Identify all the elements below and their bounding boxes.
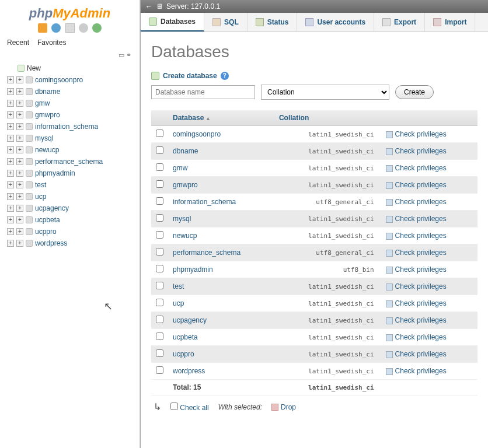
expand-icon[interactable]: + — [16, 76, 23, 83]
drop-link[interactable]: Drop — [271, 403, 296, 411]
row-checkbox[interactable] — [156, 299, 163, 306]
help-icon[interactable]: ? — [221, 72, 229, 80]
collapse-icon[interactable]: ▭ — [118, 51, 124, 58]
expand-icon[interactable]: + — [16, 146, 23, 153]
db-link[interactable]: ucp — [173, 299, 184, 307]
tree-item-gmw[interactable]: ++gmw — [6, 97, 137, 109]
row-checkbox[interactable] — [156, 332, 163, 340]
db-name-input[interactable] — [151, 85, 255, 99]
expand-icon[interactable]: + — [7, 216, 14, 223]
expand-icon[interactable]: + — [16, 111, 23, 118]
expand-icon[interactable]: + — [7, 158, 14, 165]
tree-item-performance_schema[interactable]: ++performance_schema — [6, 156, 137, 167]
tree-item-test[interactable]: ++test — [6, 179, 137, 191]
row-checkbox[interactable] — [156, 214, 163, 222]
collation-select[interactable]: Collation — [261, 85, 389, 100]
tree-item-ucpbeta[interactable]: ++ucpbeta — [6, 214, 137, 226]
db-link[interactable]: test — [173, 282, 184, 290]
back-icon[interactable]: ← — [145, 2, 152, 10]
db-link[interactable]: performance_schema — [173, 249, 240, 257]
expand-icon[interactable]: + — [16, 216, 23, 223]
tab-users[interactable]: User accounts — [297, 13, 374, 32]
expand-icon[interactable]: + — [7, 135, 14, 142]
create-button[interactable]: Create — [395, 85, 434, 99]
check-all-box[interactable] — [170, 402, 178, 410]
expand-icon[interactable]: + — [16, 135, 23, 142]
db-link[interactable]: dbname — [173, 147, 198, 155]
check-privileges-link[interactable]: Check privileges — [386, 147, 447, 155]
expand-icon[interactable]: + — [16, 88, 23, 95]
check-privileges-link[interactable]: Check privileges — [386, 299, 447, 307]
check-privileges-link[interactable]: Check privileges — [386, 232, 447, 240]
expand-icon[interactable]: + — [7, 111, 14, 118]
expand-icon[interactable]: + — [16, 123, 23, 130]
tree-item-comingsoonpro[interactable]: ++comingsoonpro — [6, 74, 137, 86]
expand-icon[interactable]: + — [7, 100, 14, 107]
db-link[interactable]: information_schema — [173, 198, 236, 206]
expand-icon[interactable]: + — [7, 146, 14, 153]
expand-icon[interactable]: + — [7, 240, 14, 247]
db-link[interactable]: ucpbeta — [173, 333, 198, 341]
row-checkbox[interactable] — [156, 197, 163, 205]
expand-icon[interactable]: + — [16, 100, 23, 107]
db-link[interactable]: ucpagency — [173, 316, 207, 324]
db-link[interactable]: gmw — [173, 164, 187, 172]
expand-icon[interactable]: + — [7, 193, 14, 200]
expand-icon[interactable]: + — [7, 123, 14, 130]
expand-icon[interactable]: + — [7, 181, 14, 188]
row-checkbox[interactable] — [156, 366, 163, 374]
row-checkbox[interactable] — [156, 349, 163, 357]
row-checkbox[interactable] — [156, 231, 163, 239]
tab-import[interactable]: Import — [425, 13, 475, 32]
row-checkbox[interactable] — [156, 130, 163, 137]
tab-sql[interactable]: SQL — [204, 13, 248, 32]
expand-icon[interactable]: + — [16, 158, 23, 165]
expand-icon[interactable]: + — [7, 205, 14, 212]
link-icon[interactable]: ⚭ — [126, 51, 131, 58]
recent-tab[interactable]: Recent — [7, 38, 29, 47]
settings-icon[interactable] — [79, 23, 88, 33]
row-checkbox[interactable] — [156, 180, 163, 188]
expand-icon[interactable]: + — [7, 88, 14, 95]
tree-new[interactable]: New — [6, 62, 137, 74]
check-privileges-link[interactable]: Check privileges — [386, 164, 447, 172]
check-privileges-link[interactable]: Check privileges — [386, 249, 447, 257]
expand-icon[interactable]: + — [16, 193, 23, 200]
check-privileges-link[interactable]: Check privileges — [386, 265, 447, 274]
check-privileges-link[interactable]: Check privileges — [386, 350, 447, 358]
expand-icon[interactable]: + — [16, 228, 23, 235]
tree-item-ucp[interactable]: ++ucp — [6, 191, 137, 202]
check-privileges-link[interactable]: Check privileges — [386, 181, 447, 189]
check-all[interactable]: Check all — [170, 402, 209, 412]
check-privileges-link[interactable]: Check privileges — [386, 316, 447, 324]
tree-item-information_schema[interactable]: ++information_schema — [6, 121, 137, 132]
tree-item-ucpagency[interactable]: ++ucpagency — [6, 202, 137, 214]
db-link[interactable]: comingsoonpro — [173, 130, 221, 138]
check-privileges-link[interactable]: Check privileges — [386, 333, 447, 341]
check-privileges-link[interactable]: Check privileges — [386, 130, 447, 138]
row-checkbox[interactable] — [156, 282, 163, 289]
tree-item-newucp[interactable]: ++newucp — [6, 144, 137, 156]
favorites-tab[interactable]: Favorites — [37, 38, 66, 47]
db-link[interactable]: newucp — [173, 232, 197, 240]
expand-icon[interactable]: + — [7, 170, 14, 177]
col-database[interactable]: Database — [168, 110, 274, 126]
tree-item-phpmyadmin[interactable]: ++phpmyadmin — [6, 167, 137, 179]
check-privileges-link[interactable]: Check privileges — [386, 367, 447, 375]
tab-status[interactable]: Status — [248, 13, 298, 32]
tree-item-dbname[interactable]: ++dbname — [6, 86, 137, 97]
tree-item-gmwpro[interactable]: ++gmwpro — [6, 109, 137, 121]
db-link[interactable]: mysql — [173, 215, 191, 223]
expand-icon[interactable]: + — [16, 181, 23, 188]
db-link[interactable]: gmwpro — [173, 181, 198, 189]
expand-icon[interactable]: + — [7, 76, 14, 83]
phpmyadmin-logo[interactable]: phpMyAdmin — [2, 6, 137, 21]
reload-icon[interactable] — [92, 23, 102, 33]
tab-databases[interactable]: Databases — [141, 13, 204, 32]
expand-icon[interactable]: + — [16, 170, 23, 177]
db-link[interactable]: wordpress — [173, 367, 205, 375]
db-link[interactable]: phpmyadmin — [173, 265, 213, 274]
expand-icon[interactable]: + — [16, 240, 23, 247]
home-icon[interactable] — [38, 23, 47, 33]
check-privileges-link[interactable]: Check privileges — [386, 215, 447, 223]
